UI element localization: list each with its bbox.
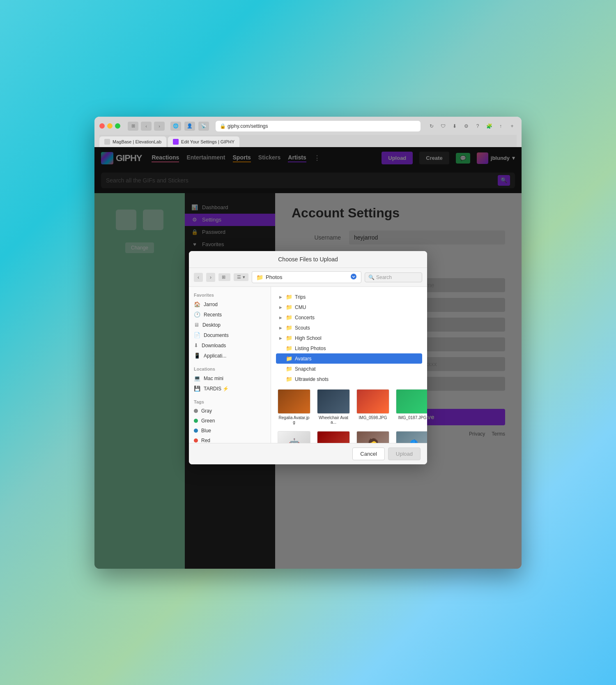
tag-blue[interactable]: Blue xyxy=(189,426,271,436)
gray-label: Gray xyxy=(201,408,212,414)
modal-forward-button[interactable]: › xyxy=(206,273,215,282)
favorites-heading: Favorites xyxy=(189,291,271,299)
tab-bar: MagBase | ElevationLab Edit Your Setting… xyxy=(99,135,517,147)
browser-window: ⊞ ‹ › 🌐 👤 📡 🔒 giphy.com/settings ↻ 🛡 ⬇ xyxy=(94,117,522,569)
browser-tab-1[interactable]: MagBase | ElevationLab xyxy=(99,136,166,147)
folder-cmu-icon: 📁 xyxy=(286,304,292,310)
file-name-regalia: Regalia Avatar.jpg xyxy=(278,415,310,424)
tab-favicon-2 xyxy=(173,139,179,145)
url-text: giphy.com/settings xyxy=(228,123,268,129)
modal-title: Choose Files to Upload xyxy=(278,256,338,263)
tab-favicon-1 xyxy=(104,139,110,145)
folder-snapchat[interactable]: 📁 Snapchat xyxy=(276,364,422,374)
sidebar-tardis[interactable]: 💾 TARDIS ⚡ xyxy=(189,383,271,394)
applications-label: Applicati... xyxy=(204,353,226,359)
file-item-wheelchair[interactable]: Wheelchair Avata... xyxy=(315,387,352,426)
new-tab-icon[interactable]: + xyxy=(508,122,517,131)
file-thumb-image: 🤖 xyxy=(278,431,310,443)
sidebar-recents[interactable]: 🕐 Recents xyxy=(189,309,271,320)
locations-section: Locations 💻 Mac mini 💾 TARDIS ⚡ xyxy=(189,365,271,394)
file-thumb-wheelchair xyxy=(317,389,350,414)
file-item-img2745[interactable]: 🧢 IMG_2745.PNG xyxy=(394,429,427,443)
file-item-img0598[interactable]: IMG_0598.JPG xyxy=(355,387,391,426)
red-label: Red xyxy=(201,438,210,443)
share-icon[interactable]: ↑ xyxy=(496,122,505,131)
folder-snapchat-label: Snapchat xyxy=(295,366,316,372)
rss-icon: 📡 xyxy=(198,122,209,131)
blue-dot xyxy=(194,429,198,433)
folder-listing-photos[interactable]: 📁 Listing Photos xyxy=(276,343,422,353)
folder-scouts-icon: 📁 xyxy=(286,325,292,331)
chevron-icon: ▾ xyxy=(243,274,245,280)
close-button[interactable] xyxy=(99,123,105,129)
gray-dot xyxy=(194,409,198,413)
file-item-img0187[interactable]: IMG_0187.JPG xyxy=(394,387,427,426)
folder-scouts[interactable]: ▶ 📁 Scouts xyxy=(276,323,422,333)
list-view-button[interactable]: ☰ ▾ xyxy=(234,273,248,281)
file-item-image[interactable]: 🤖 Image.jpg xyxy=(276,429,312,443)
browser-chrome: ⊞ ‹ › 🌐 👤 📡 🔒 giphy.com/settings ↻ 🛡 ⬇ xyxy=(94,117,522,147)
modal-sidebar: Favorites 🏠 Jarrod 🕐 Recents xyxy=(189,287,271,443)
url-bar[interactable]: 🔒 giphy.com/settings xyxy=(216,121,421,131)
folder-tree: ▶ 📁 Trips ▶ 📁 CMU ▶ xyxy=(276,292,422,384)
folder-cmu-label: CMU xyxy=(295,304,306,310)
forward-button[interactable]: › xyxy=(154,122,165,131)
sidebar-documents[interactable]: 📄 Documents xyxy=(189,330,271,340)
folder-concerts-label: Concerts xyxy=(295,315,315,321)
download-icon[interactable]: ⬇ xyxy=(450,122,459,131)
sidebar-applications[interactable]: 📱 Applicati... xyxy=(189,351,271,361)
back-button[interactable]: ‹ xyxy=(141,122,152,131)
maximize-button[interactable] xyxy=(115,123,120,129)
file-thumb-img0598 xyxy=(356,389,389,414)
settings-icon[interactable]: ⚙ xyxy=(462,122,471,131)
file-thumb-dsc0011 xyxy=(317,431,350,443)
sidebar-mac-mini[interactable]: 💻 Mac mini xyxy=(189,373,271,383)
sidebar-toggle-button[interactable]: ⊞ xyxy=(128,122,138,131)
giphy-site: GIPHY Reactions Entertainment Sports Sti… xyxy=(94,147,522,569)
folder-high-school[interactable]: ▶ 📁 High School xyxy=(276,333,422,343)
refresh-icon[interactable]: ↻ xyxy=(427,122,436,131)
modal-location[interactable]: 📁 Photos xyxy=(252,271,361,283)
minimize-button[interactable] xyxy=(107,123,113,129)
shield-icon[interactable]: 🛡 xyxy=(439,122,448,131)
desktop-label: Desktop xyxy=(202,322,221,328)
browser-tab-2[interactable]: Edit Your Settings | GIPHY xyxy=(168,136,239,147)
traffic-lights xyxy=(99,123,120,129)
upload-button-modal[interactable]: Upload xyxy=(388,447,421,460)
tab-label-1: MagBase | ElevationLab xyxy=(113,139,161,144)
modal-back-button[interactable]: ‹ xyxy=(194,273,203,282)
help-icon[interactable]: ? xyxy=(473,122,482,131)
tag-green[interactable]: Green xyxy=(189,416,271,426)
modal-body: Favorites 🏠 Jarrod 🕐 Recents xyxy=(189,287,427,443)
file-item-regalia[interactable]: Regalia Avatar.jpg xyxy=(276,387,312,426)
folder-icon: 📁 xyxy=(286,294,292,300)
cancel-button[interactable]: Cancel xyxy=(352,447,384,460)
folder-trips[interactable]: ▶ 📁 Trips xyxy=(276,292,422,302)
drive-icon: 💾 xyxy=(194,385,200,392)
folder-concerts-icon: 📁 xyxy=(286,314,292,321)
sidebar-downloads[interactable]: ⬇ Downloads xyxy=(189,340,271,351)
file-item-dsc0011[interactable]: DSC_0011.JPG xyxy=(315,429,352,443)
search-icon: 🔍 xyxy=(368,274,375,280)
globe-icon: 🌐 xyxy=(170,122,181,131)
folder-snapchat-icon: 📁 xyxy=(286,366,292,372)
expand-arrow-cmu: ▶ xyxy=(279,305,283,309)
recents-label: Recents xyxy=(204,312,222,318)
grid-view-button[interactable]: ⊞ xyxy=(218,273,230,281)
modal-search-bar[interactable]: 🔍 Search xyxy=(365,272,422,282)
location-dropdown-icon xyxy=(350,273,357,281)
tag-red[interactable]: Red xyxy=(189,436,271,443)
downloads-label: Downloads xyxy=(202,343,226,348)
file-name-img0598: IMG_0598.JPG xyxy=(359,415,387,420)
sidebar-jarrod[interactable]: 🏠 Jarrod xyxy=(189,299,271,309)
tag-gray[interactable]: Gray xyxy=(189,406,271,416)
sidebar-desktop[interactable]: 🖥 Desktop xyxy=(189,320,271,330)
modal-overlay[interactable]: Choose Files to Upload ‹ › ⊞ ☰ ▾ xyxy=(94,147,522,569)
extensions-icon[interactable]: 🧩 xyxy=(485,122,494,131)
folder-ultrawide[interactable]: 📁 Ultrawide shots xyxy=(276,374,422,384)
folder-concerts[interactable]: ▶ 📁 Concerts xyxy=(276,312,422,323)
folder-avatars[interactable]: 📁 Avatars xyxy=(276,353,422,364)
folder-cmu[interactable]: ▶ 📁 CMU xyxy=(276,302,422,312)
file-item-img2388[interactable]: 🧑 IMG_2388.PNG xyxy=(355,429,391,443)
svg-point-0 xyxy=(351,274,356,279)
